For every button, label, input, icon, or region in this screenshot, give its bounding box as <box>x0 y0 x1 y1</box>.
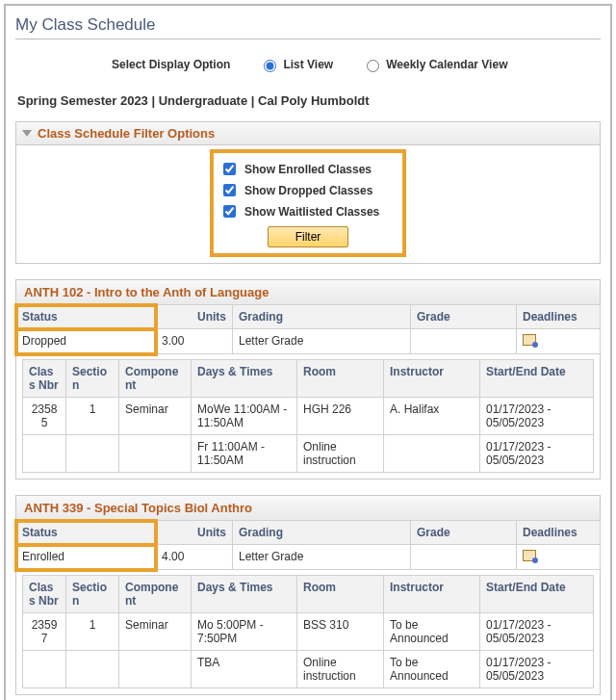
cell-nbr <box>23 435 66 473</box>
col-units: Units <box>156 521 233 545</box>
show-dropped-checkbox[interactable] <box>223 184 236 196</box>
col-grading: Grading <box>233 305 411 329</box>
cell-section: 1 <box>66 398 119 435</box>
col-classnbr: Class Nbr <box>23 576 66 613</box>
display-option-label: Select Display Option <box>112 58 230 71</box>
cell-nbr: 23585 <box>23 398 66 435</box>
cell-instructor: A. Halifax <box>384 398 480 435</box>
col-grade: Grade <box>411 521 517 545</box>
cell-instructor <box>384 435 480 473</box>
list-view-label: List View <box>283 58 333 71</box>
col-deadlines: Deadlines <box>517 305 601 329</box>
col-startend: Start/End Date <box>480 360 594 398</box>
filter-header-title: Class Schedule Filter Options <box>38 126 215 141</box>
course-info-table: Status Units Grading Grade Deadlines Dro… <box>15 304 601 354</box>
cell-room: BSS 310 <box>297 613 384 651</box>
course-block: ANTH 339 - Special Topics Biol Anthro St… <box>15 495 601 695</box>
col-component: Component <box>119 360 192 398</box>
cell-dates: 01/17/2023 - 05/05/2023 <box>480 435 594 473</box>
cell-nbr <box>23 651 66 688</box>
filter-panel: Show Enrolled Classes Show Dropped Class… <box>15 145 601 264</box>
grade-value <box>411 545 517 570</box>
table-row: Fr 11:00AM - 11:50AM Online instruction … <box>23 435 594 473</box>
col-grade: Grade <box>411 305 517 329</box>
cell-days: Mo 5:00PM - 7:50PM <box>192 613 297 651</box>
units-value: 4.00 <box>156 545 233 570</box>
divider <box>15 39 601 39</box>
grade-value <box>411 329 517 354</box>
col-daystimes: Days & Times <box>192 360 297 398</box>
page-title: My Class Schedule <box>15 15 601 35</box>
cell-room: Online instruction <box>297 435 384 473</box>
cell-component <box>119 435 192 473</box>
cell-section: 1 <box>66 613 119 651</box>
cell-dates: 01/17/2023 - 05/05/2023 <box>480 613 594 651</box>
col-deadlines: Deadlines <box>517 521 601 545</box>
col-status: Status <box>16 305 156 329</box>
course-schedule-table: Class Nbr Section Component Days & Times… <box>22 575 594 688</box>
calendar-icon[interactable] <box>523 334 536 346</box>
filter-header[interactable]: Class Schedule Filter Options <box>15 121 601 145</box>
collapse-triangle-icon <box>22 130 32 137</box>
course-info-table: Status Units Grading Grade Deadlines Enr… <box>15 520 601 570</box>
status-value: Dropped <box>16 329 156 354</box>
cell-nbr: 23597 <box>23 613 66 651</box>
table-row: TBA Online instruction To be Announced 0… <box>23 651 594 688</box>
filter-highlight-box: Show Enrolled Classes Show Dropped Class… <box>212 151 404 255</box>
col-startend: Start/End Date <box>480 576 594 613</box>
show-waitlisted-checkbox[interactable] <box>223 205 236 218</box>
cell-section <box>66 651 119 688</box>
cell-days: MoWe 11:00AM - 11:50AM <box>192 398 297 435</box>
course-header: ANTH 102 - Intro to the Anth of Language <box>15 279 601 305</box>
show-waitlisted-label: Show Waitlisted Classes <box>244 205 379 219</box>
show-enrolled-label: Show Enrolled Classes <box>244 163 372 176</box>
weekly-view-label: Weekly Calendar View <box>386 58 507 71</box>
weekly-view-radio[interactable] <box>367 60 379 72</box>
col-instructor: Instructor <box>384 360 480 398</box>
course-block: ANTH 102 - Intro to the Anth of Language… <box>15 279 601 480</box>
cell-instructor: To be Announced <box>384 613 480 651</box>
filter-button[interactable]: Filter <box>268 226 349 247</box>
col-section: Section <box>66 576 119 613</box>
cell-instructor: To be Announced <box>384 651 480 688</box>
col-status: Status <box>16 521 156 545</box>
cell-days: TBA <box>192 651 297 688</box>
list-view-radio[interactable] <box>264 60 276 72</box>
col-units: Units <box>156 305 233 329</box>
term-line: Spring Semester 2023 | Undergraduate | C… <box>17 93 601 108</box>
grading-value: Letter Grade <box>233 329 411 354</box>
units-value: 3.00 <box>156 329 233 354</box>
col-component: Component <box>119 576 192 613</box>
cell-room: Online instruction <box>297 651 384 688</box>
col-instructor: Instructor <box>384 576 480 613</box>
col-room: Room <box>297 360 384 398</box>
col-room: Room <box>297 576 384 613</box>
grading-value: Letter Grade <box>233 545 411 570</box>
cell-room: HGH 226 <box>297 398 384 435</box>
cell-dates: 01/17/2023 - 05/05/2023 <box>480 398 594 435</box>
deadlines-cell <box>517 329 601 354</box>
cell-days: Fr 11:00AM - 11:50AM <box>192 435 297 473</box>
col-daystimes: Days & Times <box>192 576 297 613</box>
table-row: 23585 1 Seminar MoWe 11:00AM - 11:50AM H… <box>23 398 594 435</box>
course-schedule-table: Class Nbr Section Component Days & Times… <box>22 359 594 473</box>
status-value: Enrolled <box>16 545 156 570</box>
cell-component: Seminar <box>119 398 192 435</box>
col-section: Section <box>66 360 119 398</box>
show-enrolled-checkbox[interactable] <box>223 163 236 175</box>
col-classnbr: Class Nbr <box>23 360 66 398</box>
table-row: 23597 1 Seminar Mo 5:00PM - 7:50PM BSS 3… <box>23 613 594 651</box>
deadlines-cell <box>517 545 601 570</box>
col-grading: Grading <box>233 521 411 545</box>
course-header: ANTH 339 - Special Topics Biol Anthro <box>15 495 601 521</box>
cell-component <box>119 651 192 688</box>
calendar-icon[interactable] <box>523 550 536 561</box>
show-dropped-label: Show Dropped Classes <box>244 184 372 197</box>
cell-section <box>66 435 119 473</box>
display-option-row: Select Display Option List View Weekly C… <box>112 57 601 72</box>
cell-dates: 01/17/2023 - 05/05/2023 <box>480 651 594 688</box>
cell-component: Seminar <box>119 613 192 651</box>
